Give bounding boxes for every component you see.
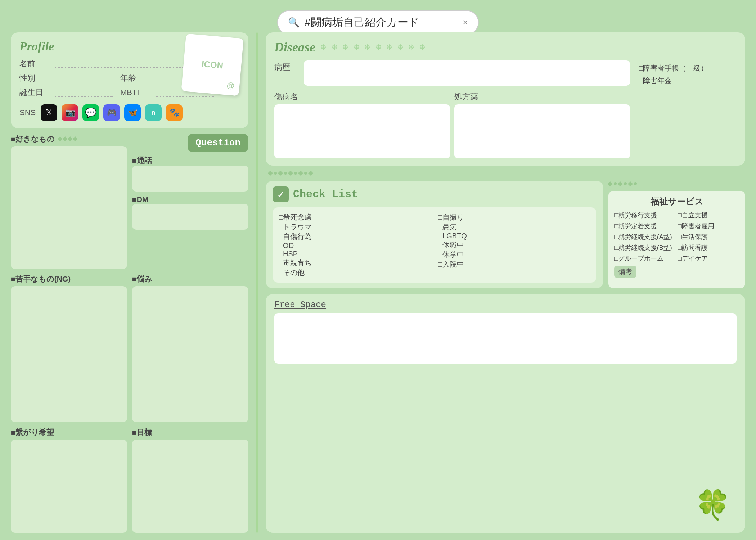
close-icon[interactable]: × (463, 17, 468, 28)
disease-section: Disease ❋ ❋ ❋ ❋ ❋ ❋ ❋ ❋ ❋ ❋ 病歴 傷病名 (266, 32, 745, 166)
name-label: 名前 (19, 58, 48, 69)
gender-input[interactable] (55, 74, 113, 82)
check-item-7[interactable]: □その他 (279, 268, 431, 278)
history-label: 病歴 (274, 60, 300, 86)
worries-section: ■悩み (132, 274, 248, 422)
disease-header: Disease ❋ ❋ ❋ ❋ ❋ ❋ ❋ ❋ ❋ ❋ (274, 40, 737, 55)
call-box[interactable] (132, 166, 248, 192)
dots-decoration (266, 171, 745, 175)
welfare-item-2[interactable]: □自立支援 (678, 211, 739, 220)
welfare-item-5[interactable]: □就労継続支援(A型) (614, 233, 676, 241)
sns-row: SNS 𝕏 📷 💬 🎮 🦋 n 🐾 (19, 104, 240, 121)
disability-pension-label: □障害年金 (639, 76, 672, 86)
check-item-1[interactable]: □希死念慮 (279, 212, 431, 222)
likes-label: ■好きなもの (11, 134, 55, 144)
welfare-item-10[interactable]: □デイケア (678, 254, 739, 263)
free-space-label: Free Space (274, 300, 737, 310)
sns-line-icon[interactable]: 💬 (82, 104, 99, 121)
sns-x-icon[interactable]: 𝕏 (41, 104, 57, 121)
mbti-label: MBTI (120, 88, 149, 97)
check-item-11[interactable]: □休職中 (438, 240, 590, 250)
call-section: ■通話 (132, 156, 248, 192)
checklist-col1: □希死念慮 □トラウマ □自傷行為 □OD □HSP □毒親育ち □その他 (279, 212, 431, 278)
diamond-deco (63, 136, 68, 141)
disease-title: Disease (274, 40, 315, 55)
checklist-col2: □自撮り □愚気 □LGBTQ □休職中 □休学中 □入院中 (438, 212, 590, 278)
search-text: #闘病垢自己紹介カード (305, 15, 458, 30)
checklist-title: Check List (293, 188, 358, 201)
age-label: 年齢 (120, 73, 149, 84)
checklist-panel: ✓ Check List □希死念慮 □トラウマ □自傷行為 □OD □HSP … (266, 181, 603, 288)
clover-icon: 🍀 (695, 488, 731, 522)
disability-handbook-item[interactable]: □障害者手帳（ 級） (639, 63, 734, 73)
sns-instagram-icon[interactable]: 📷 (62, 104, 78, 121)
prescription-box[interactable] (454, 104, 630, 158)
check-item-12[interactable]: □休学中 (438, 250, 590, 260)
welfare-item-6[interactable]: □生活保護 (678, 233, 739, 241)
check-item-4[interactable]: □OD (279, 242, 431, 250)
free-space-box[interactable] (274, 313, 737, 364)
sns-label: SNS (19, 108, 36, 117)
check-item-13[interactable]: □入院中 (438, 260, 590, 269)
diamond-deco (73, 136, 78, 141)
worries-box[interactable] (132, 286, 248, 422)
prescription-label: 処方薬 (454, 90, 630, 102)
sns-bluesky-icon[interactable]: 🦋 (124, 104, 141, 121)
biko-line[interactable] (639, 268, 739, 275)
connect-box[interactable] (11, 440, 127, 533)
vertical-separator (256, 32, 258, 533)
disability-checkboxes: □障害者手帳（ 級） □障害年金 (636, 60, 737, 89)
goals-box[interactable] (132, 440, 248, 533)
flower-deco: ❋ ❋ ❋ ❋ ❋ ❋ ❋ ❋ ❋ ❋ (320, 43, 427, 51)
icon-text: ICON (201, 59, 224, 71)
check-item-6[interactable]: □毒親育ち (279, 258, 431, 268)
likes-box[interactable] (11, 146, 127, 269)
profile-section: Profile ICON @ 名前 性別 年齢 (11, 32, 248, 128)
welfare-grid: □就労移行支援 □自立支援 □就労定着支援 □障害者雇用 □就労継続支援(A型)… (614, 211, 739, 263)
right-panel: Disease ❋ ❋ ❋ ❋ ❋ ❋ ❋ ❋ ❋ ❋ 病歴 傷病名 (266, 32, 745, 533)
dm-box[interactable] (132, 204, 248, 230)
check-item-5[interactable]: □HSP (279, 250, 431, 258)
question-col: Question ■通話 ■DM (132, 134, 248, 269)
disease-content: 病歴 傷病名 処方薬 (274, 60, 737, 158)
dislikes-box[interactable] (11, 286, 127, 422)
welfare-box: 福祉サービス □就労移行支援 □自立支援 □就労定着支援 □障害者雇用 □就労継… (608, 191, 745, 288)
biko-row: 備考 (614, 266, 739, 278)
dm-section: ■DM (132, 195, 248, 230)
check-section: ✓ Check List □希死念慮 □トラウマ □自傷行為 □OD □HSP … (266, 181, 745, 288)
welfare-item-9[interactable]: □グループホーム (614, 254, 676, 263)
checklist-inner: □希死念慮 □トラウマ □自傷行為 □OD □HSP □毒親育ち □その他 □自… (273, 207, 596, 283)
icon-placeholder: ICON @ (181, 33, 243, 96)
check-item-10[interactable]: □LGBTQ (438, 232, 590, 240)
dislikes-section: ■苦手なもの(NG) (11, 274, 127, 422)
welfare-item-1[interactable]: □就労移行支援 (614, 211, 676, 220)
illness-box[interactable] (274, 104, 450, 158)
search-bar[interactable]: 🔍 #闘病垢自己紹介カード × (277, 10, 479, 35)
welfare-item-3[interactable]: □就労定着支援 (614, 222, 676, 230)
main-container: Profile ICON @ 名前 性別 年齢 (11, 32, 745, 533)
check-item-2[interactable]: □トラウマ (279, 222, 431, 232)
connect-section: ■繋がり希望 (11, 427, 127, 533)
dislikes-label: ■苦手なもの(NG) (11, 274, 127, 284)
birthday-input[interactable] (55, 88, 113, 97)
disability-pension-item[interactable]: □障害年金 (639, 76, 734, 86)
sns-mixi-icon[interactable]: 🐾 (166, 104, 183, 121)
sns-discord-icon[interactable]: 🎮 (103, 104, 120, 121)
goals-label: ■目標 (132, 427, 248, 437)
history-box[interactable] (304, 60, 630, 86)
free-space-section: Free Space 🍀 (266, 294, 745, 533)
worries-label: ■悩み (132, 274, 248, 284)
checklist-header: ✓ Check List (273, 186, 596, 202)
sns-note-icon[interactable]: n (145, 104, 162, 121)
bottom-grid: ■好きなもの Question ■通話 (11, 134, 248, 533)
check-item-9[interactable]: □愚気 (438, 222, 590, 232)
check-item-8[interactable]: □自撮り (438, 212, 590, 222)
disease-right: □障害者手帳（ 級） □障害年金 (636, 60, 737, 158)
welfare-item-7[interactable]: □就労継続支援(B型) (614, 243, 676, 252)
welfare-item-4[interactable]: □障害者雇用 (678, 222, 739, 230)
welfare-item-8[interactable]: □訪問看護 (678, 243, 739, 252)
disability-handbook-label: □障害者手帳（ 級） (639, 63, 708, 73)
check-item-3[interactable]: □自傷行為 (279, 232, 431, 242)
goals-section: ■目標 (132, 427, 248, 533)
diamond-deco (58, 136, 63, 141)
